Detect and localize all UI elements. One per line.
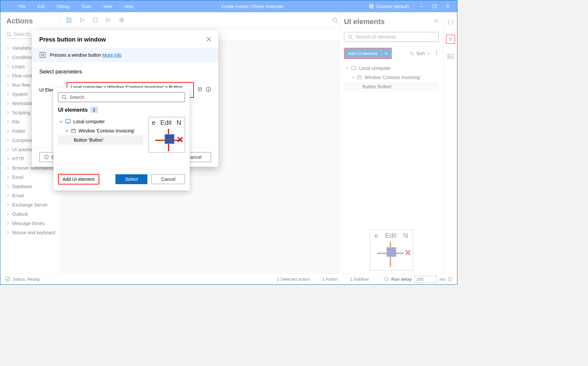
preview-char: e [152,119,155,127]
count-badge: 2 [90,107,98,113]
preview-char: N [176,119,181,127]
window-icon [71,129,76,133]
info-banner: Presses a window button More info [32,48,218,62]
dropdown-search[interactable]: Search [58,92,185,102]
preview-char: Edit [160,119,171,127]
tree-node-computer[interactable]: Local computer [58,117,143,126]
info-icon [206,87,211,92]
svg-point-36 [42,54,44,56]
action-icon [39,52,46,58]
floppy-icon [165,134,174,144]
ui-element-dropdown: Search UI elements 2 Local computer Wind… [53,88,190,190]
select-button[interactable]: Select [115,174,147,184]
section-title: Select parameters [39,69,211,75]
layers-icon [197,87,202,92]
selector-picker[interactable] [197,87,202,93]
svg-rect-44 [72,129,76,132]
dropdown-heading: UI elements [58,107,88,113]
node-label: Button 'Button' [74,137,104,143]
search-icon [62,95,67,100]
dropdown-preview: eEditN ✕ [148,117,185,153]
selector-info[interactable] [206,87,211,93]
svg-point-37 [206,87,211,92]
tree-node-button[interactable]: Button 'Button' [58,135,143,145]
close-icon [206,37,211,42]
more-info-link[interactable]: More info [103,52,122,58]
dropdown-tree: Local computer Window 'Contoso Invoicing… [58,117,143,153]
shield-icon [44,155,49,159]
dialog-title: Press button in window [39,36,106,43]
add-ui-element-button[interactable]: Add UI element [58,174,99,184]
dialog-close[interactable] [206,37,211,43]
svg-point-39 [208,88,209,89]
x-icon: ✕ [176,135,182,141]
svg-line-33 [207,37,211,41]
node-label: Window 'Contoso Invoicing' [78,128,135,133]
chevron-down-icon [59,120,63,123]
tree-node-window[interactable]: Window 'Contoso Invoicing' [58,126,143,135]
monitor-icon [65,119,71,124]
svg-rect-42 [66,120,70,123]
svg-point-40 [62,95,66,99]
chevron-down-icon [65,129,69,132]
node-label: Local computer [73,119,105,124]
svg-line-34 [207,37,211,41]
svg-line-41 [65,98,67,99]
dropdown-search-placeholder: Search [70,95,84,100]
cancel-button[interactable]: Cancel [151,174,185,184]
svg-rect-35 [40,52,45,58]
info-text: Presses a window button [50,52,101,58]
